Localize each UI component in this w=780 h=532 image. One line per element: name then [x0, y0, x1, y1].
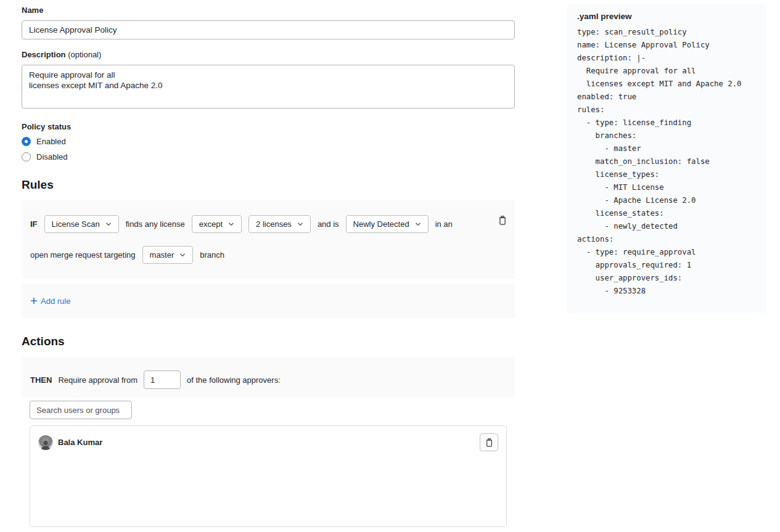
approver-row: Bala Kumar [38, 433, 498, 451]
chevron-down-icon [105, 222, 112, 226]
delete-rule-button[interactable] [496, 214, 509, 227]
plus-icon [30, 297, 38, 305]
match-mode-dropdown[interactable]: except [192, 215, 242, 233]
approver-avatar [38, 435, 53, 450]
disabled-option-label: Disabled [36, 152, 68, 162]
yaml-preview-title: .yaml preview [577, 12, 757, 21]
if-keyword: IF [30, 219, 38, 229]
action-text-of-following: of the following approvers: [187, 375, 281, 385]
policy-editor-form: Name Description (optional) Require appr… [22, 6, 515, 532]
license-state-dropdown[interactable]: Newly Detected [346, 215, 429, 233]
chevron-down-icon [228, 222, 234, 226]
rule-text-branch: branch [200, 250, 224, 260]
name-label: Name [22, 6, 515, 15]
remove-approver-button[interactable] [480, 433, 498, 451]
then-row: THEN Require approval from of the follow… [22, 357, 515, 393]
scanner-dropdown[interactable]: License Scan [44, 215, 119, 233]
approver-search-input[interactable] [30, 401, 132, 419]
trash-icon [485, 438, 494, 448]
description-label: Description (optional) [22, 50, 515, 59]
rules-heading: Rules [22, 178, 515, 192]
chevron-down-icon [415, 222, 421, 226]
rule-text-in-an: in an [435, 219, 453, 229]
actions-card: THEN Require approval from of the follow… [22, 357, 515, 532]
yaml-preview-panel: .yaml preview type: scan_result_policy n… [567, 4, 766, 313]
actions-heading: Actions [22, 335, 515, 348]
add-rule-button[interactable]: Add rule [30, 297, 70, 306]
chevron-down-icon [297, 222, 303, 226]
policy-status-disabled-option[interactable]: Disabled [22, 152, 515, 162]
approvers-panel: Bala Kumar [22, 398, 515, 532]
radio-checked-icon[interactable] [22, 137, 31, 146]
rule-sentence: IF License Scan finds any license except… [30, 215, 490, 264]
trash-icon [498, 215, 507, 226]
description-optional-hint: (optional) [68, 50, 101, 59]
policy-description-textarea[interactable]: Require approval for all licenses except… [22, 65, 515, 108]
then-keyword: THEN [30, 375, 52, 385]
approver-name: Bala Kumar [58, 438, 102, 447]
policy-name-input[interactable] [22, 20, 515, 39]
rule-text-and-is: and is [318, 219, 339, 229]
policy-status-enabled-option[interactable]: Enabled [22, 137, 515, 146]
rule-text-targeting: open merge request targeting [30, 250, 136, 260]
approvals-required-input[interactable] [144, 370, 181, 389]
enabled-option-label: Enabled [36, 137, 66, 146]
branch-dropdown[interactable]: master [142, 246, 194, 264]
person-icon [39, 439, 52, 450]
yaml-code: type: scan_result_policy name: License A… [577, 26, 757, 298]
action-text-require: Require approval from [58, 375, 138, 385]
rule-text-finds: finds any license [126, 219, 185, 229]
add-rule-bar: Add rule [22, 284, 515, 318]
policy-status-label: Policy status [22, 122, 515, 131]
radio-unchecked-icon[interactable] [22, 152, 31, 162]
rule-card: IF License Scan finds any license except… [22, 200, 515, 279]
chevron-down-icon [179, 253, 186, 257]
approver-list: Bala Kumar [30, 425, 507, 527]
license-count-dropdown[interactable]: 2 licenses [248, 215, 311, 233]
